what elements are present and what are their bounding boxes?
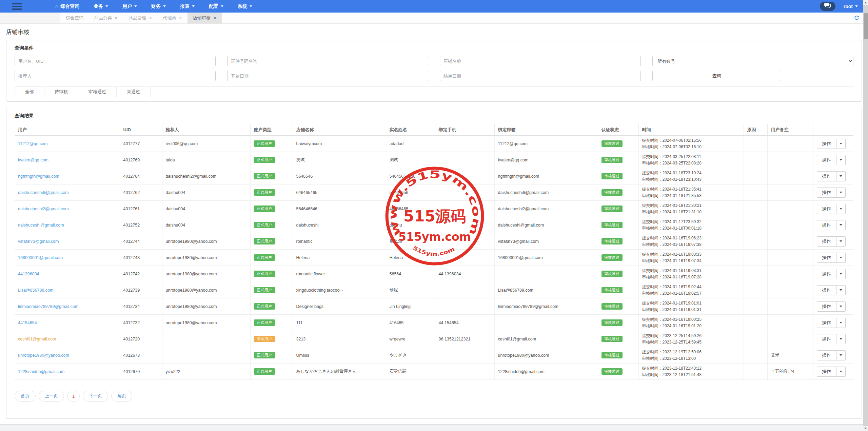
cell-phone: [435, 364, 494, 380]
action-dropdown-button[interactable]: [836, 253, 846, 263]
refresh-icon[interactable]: [854, 15, 859, 22]
cert-number-input[interactable]: [227, 56, 428, 66]
user-link[interactable]: vsfafaf73@gmail.com: [18, 239, 59, 244]
action-button[interactable]: 操作: [817, 139, 836, 149]
user-link[interactable]: unrotope1980@yahoo.com: [18, 353, 69, 358]
action-button[interactable]: 操作: [817, 367, 836, 377]
action-dropdown-button[interactable]: [836, 301, 846, 312]
user-menu[interactable]: root: [844, 4, 858, 9]
filter-tab-审核通过[interactable]: 审核通过: [78, 87, 117, 97]
close-icon[interactable]: ✕: [149, 16, 152, 20]
user-link[interactable]: daishucheshi6@gmail.com: [18, 190, 69, 195]
nav-item[interactable]: 系统: [231, 0, 259, 13]
action-button[interactable]: 操作: [817, 171, 836, 181]
user-link[interactable]: kvalen@qq.com: [18, 158, 48, 162]
user-link[interactable]: 44154654: [18, 320, 37, 325]
action-button[interactable]: 操作: [817, 301, 836, 312]
referrer-input[interactable]: [15, 71, 216, 81]
user-link[interactable]: daishuceshi@gmail.com: [18, 223, 64, 228]
close-icon[interactable]: ✕: [213, 16, 216, 20]
close-icon[interactable]: ✕: [179, 16, 182, 20]
action-button[interactable]: 操作: [817, 269, 836, 279]
status-badge: 审核通过: [601, 205, 623, 212]
action-button[interactable]: 操作: [817, 253, 836, 263]
page-button-首页[interactable]: 首页: [15, 391, 36, 401]
nav-item-label: 系统: [238, 3, 247, 9]
status-filter-wrap: 全部待审核审核通过未通过: [15, 86, 853, 97]
messages-button[interactable]: [820, 2, 835, 11]
nav-item-label: 财务: [151, 3, 161, 9]
action-button[interactable]: 操作: [817, 350, 836, 360]
scroll-up-button[interactable]: [863, 0, 868, 5]
action-dropdown-button[interactable]: [836, 236, 846, 247]
action-button[interactable]: 操作: [817, 285, 836, 295]
user-link[interactable]: linmiaomiao789789@gmail.com: [18, 304, 78, 309]
filter-tab-待审核[interactable]: 待审核: [44, 87, 78, 97]
tab-商品管理[interactable]: 商品管理✕: [123, 13, 157, 23]
tab-综合查询[interactable]: 综合查询: [60, 13, 89, 23]
tab-代理商[interactable]: 代理商✕: [157, 13, 187, 23]
cell-referrer: daishu004: [162, 217, 250, 233]
tab-label: 代理商: [163, 15, 176, 21]
shop-name-input[interactable]: [440, 56, 641, 66]
action-dropdown-button[interactable]: [836, 204, 846, 214]
action-dropdown-button[interactable]: [836, 220, 846, 230]
action-dropdown-button[interactable]: [836, 171, 846, 181]
tab-店铺审核[interactable]: 店铺审核✕: [188, 13, 222, 23]
user-link[interactable]: ceshi01@gmail.com: [18, 337, 56, 341]
cell-time: 提交时间：2024-01-16T19:03:33审核时间：2024-01-16T…: [638, 250, 744, 266]
action-dropdown-button[interactable]: [836, 350, 846, 360]
end-date-input[interactable]: [440, 71, 641, 81]
cell-action: 操作: [813, 364, 853, 380]
action-button[interactable]: 操作: [817, 220, 836, 230]
action-dropdown-button[interactable]: [836, 367, 846, 377]
page-button-下一页[interactable]: 下一页: [83, 391, 108, 401]
action-button[interactable]: 操作: [817, 188, 836, 198]
user-link[interactable]: daishucheshi2@gmail.com: [18, 207, 69, 211]
user-link[interactable]: Lisa@856789.com: [18, 288, 53, 293]
filter-tab-全部[interactable]: 全部: [15, 87, 44, 97]
page-number-current[interactable]: 1: [67, 391, 80, 401]
time-line: 提交时间：2024-01-18T23:10:24: [642, 170, 740, 176]
tab-商品分类[interactable]: 商品分类✕: [89, 13, 123, 23]
scroll-down-button[interactable]: [863, 426, 868, 431]
action-dropdown-button[interactable]: [836, 155, 846, 165]
nav-item[interactable]: 配置: [202, 0, 231, 13]
page-button-尾页[interactable]: 尾页: [111, 391, 132, 401]
user-link[interactable]: 1228ishidoh@gmail.com: [18, 369, 64, 374]
action-dropdown-button[interactable]: [836, 139, 846, 149]
filter-tab-未通过[interactable]: 未通过: [117, 87, 151, 97]
user-link[interactable]: 441396034: [18, 272, 39, 276]
scrollbar-thumb[interactable]: [864, 13, 868, 39]
table-header-row: 用户UID推荐人账户类型店铺名称实名姓名绑定手机绑定邮箱认证状态时间原因用户备注: [15, 124, 853, 136]
action-dropdown-button[interactable]: [836, 318, 846, 328]
action-dropdown-button[interactable]: [836, 285, 846, 295]
nav-item[interactable]: 业务: [86, 0, 115, 13]
action-dropdown-button[interactable]: [836, 269, 846, 279]
nav-item[interactable]: 报表: [173, 0, 202, 13]
action-button[interactable]: 操作: [817, 155, 836, 165]
cell-reason: [744, 136, 767, 152]
page-button-上一页[interactable]: 上一页: [39, 391, 64, 401]
nav-item[interactable]: 财务: [144, 0, 173, 13]
query-button[interactable]: 查询: [652, 71, 781, 81]
account-type-select[interactable]: 所有账号: [652, 56, 853, 66]
action-button[interactable]: 操作: [817, 318, 836, 328]
action-dropdown-button[interactable]: [836, 334, 846, 344]
action-button[interactable]: 操作: [817, 236, 836, 247]
time-line: 审核时间：2024-01-18T23:10:43: [642, 176, 740, 183]
nav-item[interactable]: 用户: [115, 0, 144, 13]
hamburger-menu-icon[interactable]: [12, 3, 22, 10]
nav-item[interactable]: ⌂综合查询: [48, 0, 86, 13]
cell-account-type: 演示用户: [250, 331, 293, 347]
user-link[interactable]: 168000001@gmail.com: [18, 255, 63, 260]
close-icon[interactable]: ✕: [115, 16, 118, 20]
user-link[interactable]: hgfhfhgfh@gmail.com: [18, 174, 59, 179]
action-button[interactable]: 操作: [817, 204, 836, 214]
action-button[interactable]: 操作: [817, 334, 836, 344]
username-uid-input[interactable]: [15, 56, 216, 66]
vertical-scrollbar[interactable]: [863, 0, 868, 431]
start-date-input[interactable]: [227, 71, 428, 81]
user-link[interactable]: 11212@qq.com: [18, 141, 48, 146]
action-dropdown-button[interactable]: [836, 188, 846, 198]
